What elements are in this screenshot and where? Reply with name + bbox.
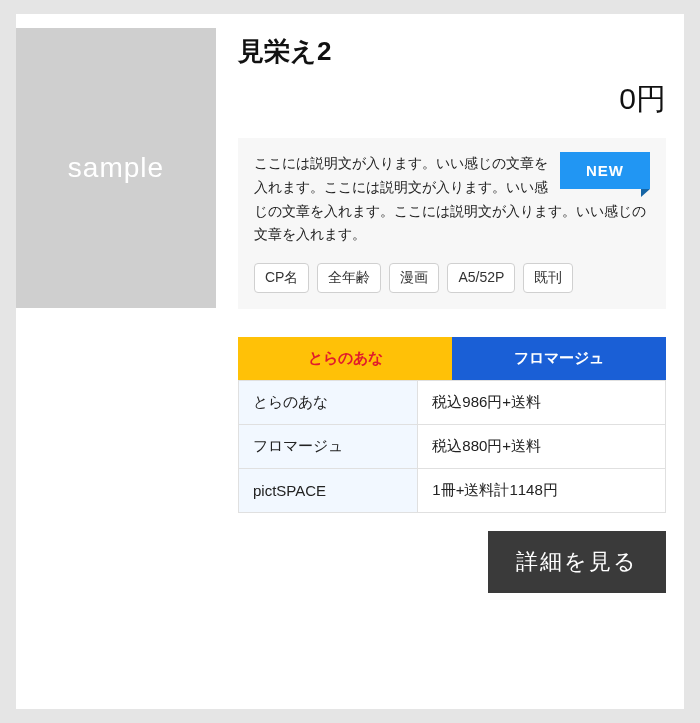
description-box: NEW ここには説明文が入ります。いい感じの文章を入れます。ここには説明文が入り… — [238, 138, 666, 309]
tag-item[interactable]: 漫画 — [389, 263, 439, 293]
cta-row: 詳細を見る — [238, 531, 666, 593]
tag-item[interactable]: 全年齢 — [317, 263, 381, 293]
product-price: 0円 — [238, 79, 666, 120]
tag-item[interactable]: 既刊 — [523, 263, 573, 293]
tab-fromage[interactable]: フロマージュ — [452, 337, 666, 380]
product-card: sample 見栄え2 0円 NEW ここには説明文が入ります。いい感じの文章を… — [16, 14, 684, 709]
price-table: とらのあな 税込986円+送料 フロマージュ 税込880円+送料 pictSPA… — [238, 380, 666, 513]
price-cell: 税込986円+送料 — [418, 381, 666, 425]
table-row: pictSPACE 1冊+送料計1148円 — [239, 469, 666, 513]
vendor-tabs: とらのあな フロマージュ — [238, 337, 666, 380]
new-badge-wrap: NEW — [560, 152, 650, 189]
table-row: フロマージュ 税込880円+送料 — [239, 425, 666, 469]
new-badge: NEW — [560, 152, 650, 189]
product-title: 見栄え2 — [238, 34, 666, 69]
detail-button[interactable]: 詳細を見る — [488, 531, 666, 593]
product-main: 見栄え2 0円 NEW ここには説明文が入ります。いい感じの文章を入れます。ここ… — [216, 28, 666, 593]
tag-item[interactable]: CP名 — [254, 263, 309, 293]
vendor-cell: とらのあな — [239, 381, 418, 425]
vendor-cell: フロマージュ — [239, 425, 418, 469]
product-thumbnail: sample — [16, 28, 216, 308]
price-cell: 1冊+送料計1148円 — [418, 469, 666, 513]
price-cell: 税込880円+送料 — [418, 425, 666, 469]
badge-fold-icon — [641, 189, 650, 197]
table-row: とらのあな 税込986円+送料 — [239, 381, 666, 425]
tab-toranoana[interactable]: とらのあな — [238, 337, 452, 380]
tag-item[interactable]: A5/52P — [447, 263, 515, 293]
vendor-cell: pictSPACE — [239, 469, 418, 513]
tag-list: CP名 全年齢 漫画 A5/52P 既刊 — [254, 263, 650, 293]
thumbnail-placeholder-text: sample — [68, 152, 164, 184]
